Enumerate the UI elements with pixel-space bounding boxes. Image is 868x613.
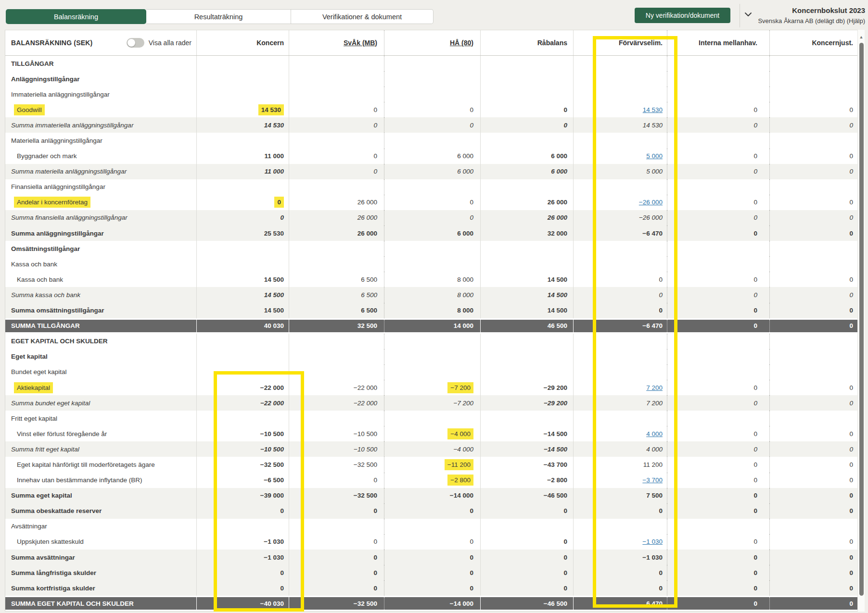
value-cell: 0 — [481, 550, 574, 565]
value-cell — [574, 519, 667, 534]
column-header-hå-80[interactable]: HÅ (80) — [384, 30, 481, 55]
scrollbar-up-arrow-icon[interactable]: ▲ — [858, 35, 865, 39]
row-label: Omsättningstillgångar — [5, 241, 197, 256]
cell-value: 0 — [753, 199, 757, 206]
drilldown-link[interactable]: 7 200 — [646, 384, 663, 391]
value-cell — [667, 411, 770, 426]
row-label: Anläggningstillgångar — [5, 71, 197, 87]
new-verification-button[interactable]: Ny verifikation/dokument — [635, 8, 730, 23]
cell-value: 0 — [373, 507, 377, 514]
tab-verifikationer-dokument[interactable]: Verifikationer & dokument — [291, 9, 434, 24]
drilldown-link[interactable]: −3 700 — [642, 476, 663, 484]
tab-resultatrakning[interactable]: Resultaträkning — [146, 9, 291, 24]
cell-value: 0 — [849, 307, 853, 314]
value-cell — [197, 411, 289, 426]
drilldown-link[interactable]: 4 000 — [646, 430, 663, 438]
cell-value: −14 500 — [544, 430, 567, 438]
table-row: Uppskjuten skatteskuld−1 030000−1 03000 — [5, 534, 863, 550]
value-cell: 0 — [481, 503, 574, 519]
cell-value: 0 — [753, 476, 757, 484]
value-cell — [289, 349, 384, 364]
row-label: Bundet eget kapital — [5, 364, 197, 380]
value-cell: 0 — [667, 565, 770, 580]
tab-balansrakning[interactable]: Balansräkning — [6, 9, 146, 24]
cell-value: 0 — [373, 122, 377, 129]
highlighted-label: Goodwill — [14, 104, 45, 115]
cell-value: 0 — [470, 585, 473, 592]
cell-value: 0 — [849, 476, 853, 484]
toggle-knob — [128, 39, 135, 47]
value-cell: 0 — [667, 457, 770, 472]
value-cell: −32 500 — [197, 457, 289, 472]
table-row: Summa bundet eget kapital−22 000−22 000−… — [5, 395, 863, 411]
table-row: Summa omsättningstillgångar14 5006 5008 … — [5, 303, 863, 318]
value-cell: 0 — [197, 210, 289, 225]
drilldown-link[interactable]: −26 000 — [639, 199, 663, 206]
table-row: Summa avsättningar−1 030000−1 03000 — [5, 550, 863, 565]
value-cell: −26 000 — [574, 195, 667, 210]
cell-value: 6 000 — [457, 152, 473, 160]
value-cell: 0 — [770, 102, 864, 117]
value-cell: 0 — [770, 117, 864, 133]
value-cell: 0 — [289, 550, 384, 565]
row-label: SUMMA EGET KAPITAL OCH SKULDER — [5, 597, 197, 610]
value-cell: −1 030 — [574, 550, 667, 565]
value-cell: 0 — [770, 195, 864, 210]
value-cell: 0 — [667, 488, 770, 503]
cell-value: −32 500 — [354, 492, 377, 499]
table-row: Summa kortfristiga skulder0000000 — [5, 580, 863, 596]
cell-value: 0 — [849, 507, 853, 514]
value-cell: 0 — [770, 287, 864, 302]
table-row: SUMMA TILLGÅNGAR40 03032 50014 00046 500… — [5, 318, 863, 334]
value-cell: −43 700 — [481, 457, 574, 472]
drilldown-link[interactable]: 5 000 — [646, 152, 663, 160]
column-header-svåk-mb[interactable]: SvÅk (MB) — [289, 30, 384, 55]
value-cell: 8 000 — [384, 272, 481, 287]
cell-value: 0 — [753, 492, 757, 499]
value-cell — [770, 71, 864, 87]
scrollbar-thumb[interactable] — [859, 43, 864, 596]
drilldown-link[interactable]: 14 530 — [643, 106, 663, 113]
value-cell: 0 — [667, 195, 770, 210]
value-cell: 7 200 — [574, 395, 667, 411]
value-cell — [384, 133, 481, 148]
row-label: Summa omsättningstillgångar — [5, 303, 197, 318]
value-cell — [667, 87, 770, 102]
drilldown-link[interactable]: −1 030 — [642, 538, 663, 545]
value-cell: 46 500 — [481, 320, 574, 332]
cell-value: 0 — [274, 197, 284, 208]
value-cell — [770, 349, 864, 364]
row-label: Eget kapital hänförligt till moderföreta… — [5, 457, 197, 472]
value-cell — [197, 519, 289, 534]
cell-value: −32 500 — [354, 600, 377, 607]
visa-alla-rader-toggle[interactable] — [127, 38, 144, 48]
table-body: TILLGÅNGARAnläggningstillgångarImmaterie… — [5, 56, 863, 611]
value-cell — [574, 179, 667, 195]
chevron-down-icon[interactable] — [744, 10, 753, 19]
value-cell: −14 000 — [384, 597, 481, 610]
cell-value: 0 — [753, 507, 757, 514]
cell-value: −29 200 — [544, 400, 567, 407]
value-cell — [384, 364, 481, 380]
value-cell: 0 — [770, 457, 864, 472]
cell-value: 0 — [280, 585, 284, 592]
value-cell: −4 000 — [384, 426, 481, 441]
value-cell: 6 500 — [289, 287, 384, 302]
cell-value: −43 700 — [544, 461, 567, 468]
cell-value: −22 000 — [260, 384, 284, 391]
cell-value: −4 000 — [447, 428, 473, 439]
highlighted-label: Andelar i koncernföretag — [14, 197, 90, 208]
value-cell — [667, 349, 770, 364]
cell-value: 14 500 — [548, 291, 567, 299]
value-cell — [770, 411, 864, 426]
vertical-scrollbar[interactable]: ▲ — [857, 30, 865, 612]
value-cell: −26 000 — [574, 210, 667, 225]
table-row: TILLGÅNGAR — [5, 56, 863, 71]
cell-value: 8 000 — [457, 307, 473, 314]
value-cell: 0 — [481, 580, 574, 596]
value-cell: 0 — [481, 102, 574, 117]
value-cell — [384, 56, 481, 71]
value-cell: 14 500 — [197, 303, 289, 318]
value-cell: 0 — [574, 272, 667, 287]
cell-value: 7 200 — [646, 400, 663, 407]
